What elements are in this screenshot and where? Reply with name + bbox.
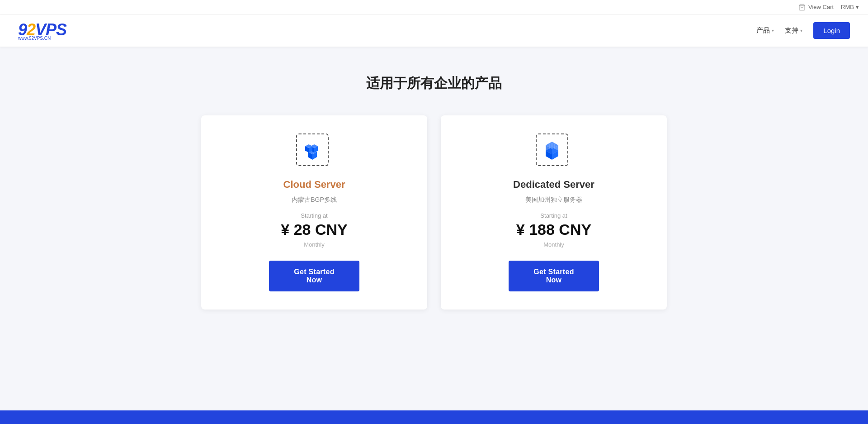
dedicated-monthly: Monthly [543, 241, 564, 248]
login-button[interactable]: Login [813, 22, 850, 39]
cart-icon [798, 4, 806, 11]
cloud-monthly: Monthly [304, 241, 325, 248]
footer-bar [0, 410, 868, 424]
view-cart-link[interactable]: View Cart [798, 4, 834, 11]
product-cards: Cloud Server 内蒙古BGP多线 Starting at ¥ 28 C… [127, 115, 741, 310]
cloud-server-subtitle: 内蒙古BGP多线 [292, 196, 337, 204]
cloud-starting-at: Starting at [301, 212, 327, 219]
nav-support[interactable]: 支持 ▾ [785, 26, 802, 35]
page-heading: 适用于所有企业的产品 [127, 74, 741, 93]
nav-products[interactable]: 产品 ▾ [756, 26, 774, 35]
currency-chevron: ▾ [856, 4, 859, 10]
cart-label: View Cart [808, 4, 834, 10]
dedicated-icon-border [536, 133, 568, 166]
dedicated-server-name: Dedicated Server [513, 179, 594, 191]
top-bar: View Cart RMB ▾ [0, 0, 868, 14]
currency-label: RMB [841, 4, 854, 10]
cloud-server-card: Cloud Server 内蒙古BGP多线 Starting at ¥ 28 C… [201, 115, 427, 310]
dedicated-get-started-button[interactable]: Get Started Now [509, 261, 599, 291]
cloud-server-icon-area [296, 133, 332, 170]
site-header: 92VPS www.92VPS.CN 产品 ▾ 支持 ▾ Login [0, 14, 868, 47]
currency-selector[interactable]: RMB ▾ [841, 4, 859, 10]
cloud-get-started-button[interactable]: Get Started Now [269, 261, 359, 291]
cloud-price: ¥ 28 CNY [281, 221, 347, 238]
dedicated-server-card: Dedicated Server 美国加州独立服务器 Starting at ¥… [441, 115, 667, 310]
main-content: 适用于所有企业的产品 [118, 47, 750, 328]
dedicated-server-icon [542, 140, 562, 160]
products-chevron: ▾ [772, 28, 774, 33]
dedicated-server-subtitle: 美国加州独立服务器 [525, 196, 582, 204]
cloud-server-name: Cloud Server [283, 179, 345, 191]
dedicated-price: ¥ 188 CNY [516, 221, 591, 238]
cloud-server-icon [302, 140, 322, 160]
support-chevron: ▾ [800, 28, 802, 33]
dedicated-server-icon-area [536, 133, 572, 170]
dedicated-starting-at: Starting at [540, 212, 567, 219]
cloud-icon-border [296, 133, 329, 166]
logo[interactable]: 92VPS www.92VPS.CN [18, 20, 66, 41]
main-nav: 产品 ▾ 支持 ▾ Login [756, 22, 850, 39]
